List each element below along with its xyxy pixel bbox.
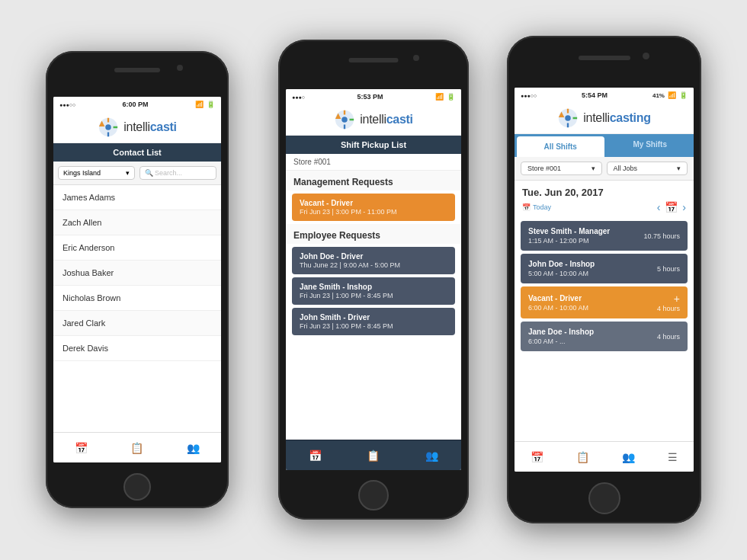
right-speaker <box>579 56 630 60</box>
svg-point-13 <box>566 115 571 120</box>
left-home-button[interactable] <box>123 473 151 501</box>
calendar-nav-icon[interactable]: 📅 <box>75 442 88 454</box>
center-logo-text: intellicasti <box>360 113 412 126</box>
right-date-header: Tue. Jun 20, 2017 <box>515 181 694 201</box>
left-logo-text: intellicasti <box>123 120 176 134</box>
right-home-button[interactable] <box>588 482 620 514</box>
list-item[interactable]: Jared Clark <box>53 311 221 336</box>
shift-info: Vacant - Driver 6:00 AM - 10:00 AM <box>528 294 588 312</box>
left-bottom-nav: 📅 📋 👥 <box>53 432 221 462</box>
list-item[interactable]: Eric Anderson <box>53 235 221 261</box>
center-signal: ●●●○ <box>292 94 305 100</box>
center-screen: ●●●○ 5:53 PM 📶 🔋 <box>286 89 461 470</box>
right-time: 5:54 PM <box>582 91 608 99</box>
contact-name: Nicholas Brown <box>63 293 120 302</box>
left-phone: ●●●○○ 6:00 PM 📶 🔋 <box>46 51 229 508</box>
add-shift-button[interactable]: + <box>674 293 680 305</box>
center-bottom-nav: 📅 📋 👥 <box>286 440 461 470</box>
svg-point-7 <box>342 117 348 122</box>
list-item[interactable]: James Adams <box>53 185 221 210</box>
right-john-doe-card[interactable]: John Doe - Inshop 5:00 AM - 10:00 AM 5 h… <box>521 254 688 283</box>
contact-name: Joshua Baker <box>63 268 114 277</box>
right-signal: ●●●○○ <box>521 93 537 98</box>
all-shifts-tab[interactable]: All Shifts <box>517 136 604 157</box>
left-screen: ●●●○○ 6:00 PM 📶 🔋 <box>53 97 221 462</box>
card-subtitle: Thu June 22 | 9:00 AM - 5:00 PM <box>300 261 447 269</box>
center-jane-smith-card[interactable]: Jane Smith - Inshop Fri Jun 23 | 1:00 PM… <box>292 277 455 305</box>
chevron-down-icon: ▾ <box>126 169 130 177</box>
right-filters: Store #001 ▾ All Jobs ▾ <box>515 157 694 181</box>
right-logo-icon <box>557 107 579 129</box>
right-status-right: 41% 📶 🔋 <box>652 91 688 99</box>
center-john-doe-card[interactable]: John Doe - Driver Thu June 22 | 9:00 AM … <box>292 247 455 274</box>
list-item[interactable]: Zach Allen <box>53 210 221 235</box>
shift-info: John Doe - Inshop 5:00 AM - 10:00 AM <box>528 260 595 277</box>
left-battery-icon: 🔋 <box>207 101 215 108</box>
shift-info: Jane Doe - Inshop 6:00 AM - ... <box>528 328 594 345</box>
search-box[interactable]: 🔍 Search... <box>139 166 216 180</box>
right-app-header: intellicasting <box>515 103 694 134</box>
contact-name: Zach Allen <box>63 218 101 227</box>
left-status-bar: ●●●○○ 6:00 PM 📶 🔋 <box>53 97 221 112</box>
right-steve-smith-card[interactable]: Steve Smith - Manager 1:15 AM - 12:00 PM… <box>521 221 688 251</box>
shift-info: Steve Smith - Manager 1:15 AM - 12:00 PM <box>528 227 610 245</box>
list-nav-icon[interactable]: 📋 <box>130 442 143 454</box>
center-battery-icon: 🔋 <box>447 93 455 101</box>
center-speaker <box>349 58 399 62</box>
left-wifi-icon: 📶 <box>195 101 204 108</box>
calendar-icon: 📅 <box>522 203 531 211</box>
today-label[interactable]: 📅 Today <box>522 203 551 211</box>
right-calendar-nav[interactable]: 📅 <box>531 451 543 463</box>
center-home-button[interactable] <box>358 480 389 510</box>
right-job-filter[interactable]: All Jobs ▾ <box>607 162 688 175</box>
right-screen: ●●●○○ 5:54 PM 41% 📶 🔋 <box>515 88 694 472</box>
center-vacant-driver-card[interactable]: Vacant - Driver Fri Jun 23 | 3:00 PM - 1… <box>292 194 455 221</box>
search-icon: 🔍 <box>145 169 153 177</box>
shift-hours: 4 hours <box>657 333 680 341</box>
center-store: Store #001 <box>286 154 461 171</box>
shift-hours: 5 hours <box>657 265 680 273</box>
right-people-nav[interactable]: 👥 <box>622 451 635 463</box>
right-jane-doe-card[interactable]: Jane Doe - Inshop 6:00 AM - ... 4 hours <box>521 322 688 351</box>
center-phone: ●●●○ 5:53 PM 📶 🔋 <box>278 40 469 520</box>
center-time: 5:53 PM <box>357 93 383 101</box>
chevron-down-icon: ▾ <box>677 165 681 172</box>
card-subtitle: Fri Jun 23 | 1:00 PM - 8:45 PM <box>300 292 447 299</box>
right-vacant-driver-card[interactable]: Vacant - Driver 6:00 AM - 10:00 AM + 4 h… <box>521 286 688 318</box>
scene: ●●●○○ 6:00 PM 📶 🔋 <box>0 0 747 560</box>
my-shifts-tab[interactable]: My Shifts <box>607 134 694 157</box>
center-emp-section: Employee Requests <box>286 224 461 244</box>
right-store-filter[interactable]: Store #001 ▾ <box>521 162 602 175</box>
shift-hours: 10.75 hours <box>643 232 680 240</box>
center-status-bar: ●●●○ 5:53 PM 📶 🔋 <box>286 89 461 104</box>
contact-list: James Adams Zach Allen Eric Anderson Jos… <box>53 185 221 361</box>
contact-name: Derek Davis <box>63 344 108 353</box>
left-camera <box>177 65 183 71</box>
card-title: Jane Smith - Inshop <box>300 283 447 291</box>
right-logo: intellicasting <box>557 107 650 129</box>
right-tabs: All Shifts My Shifts <box>515 134 694 157</box>
location-filter[interactable]: Kings Island ▾ <box>58 166 135 180</box>
right-menu-nav[interactable]: ☰ <box>668 451 678 463</box>
right-phone: ●●●○○ 5:54 PM 41% 📶 🔋 <box>507 36 701 523</box>
list-item[interactable]: Joshua Baker <box>53 261 221 286</box>
prev-date-button[interactable]: ‹ <box>657 201 661 213</box>
center-shift-header-bar: Shift Pickup List <box>286 136 461 154</box>
people-nav-icon[interactable]: 👥 <box>187 442 200 454</box>
right-list-nav[interactable]: 📋 <box>576 451 589 463</box>
right-camera <box>643 53 649 59</box>
calendar-picker-button[interactable]: 📅 <box>665 201 678 213</box>
center-people-nav[interactable]: 👥 <box>425 450 438 462</box>
center-list-nav[interactable]: 📋 <box>367 450 380 462</box>
center-app-header: intellicasti <box>286 104 461 136</box>
shift-hours-right: + 4 hours <box>657 293 680 312</box>
card-title: John Smith - Driver <box>300 313 447 322</box>
right-battery-pct: 41% <box>652 92 665 99</box>
list-item[interactable]: Derek Davis <box>53 336 221 361</box>
center-status-right: 📶 🔋 <box>435 93 455 101</box>
center-calendar-nav[interactable]: 📅 <box>309 450 322 462</box>
next-date-button[interactable]: › <box>682 201 686 213</box>
list-item[interactable]: Nicholas Brown <box>53 286 221 311</box>
center-john-smith-card[interactable]: John Smith - Driver Fri Jun 23 | 1:00 PM… <box>292 308 455 335</box>
contact-name: Jared Clark <box>63 318 105 328</box>
